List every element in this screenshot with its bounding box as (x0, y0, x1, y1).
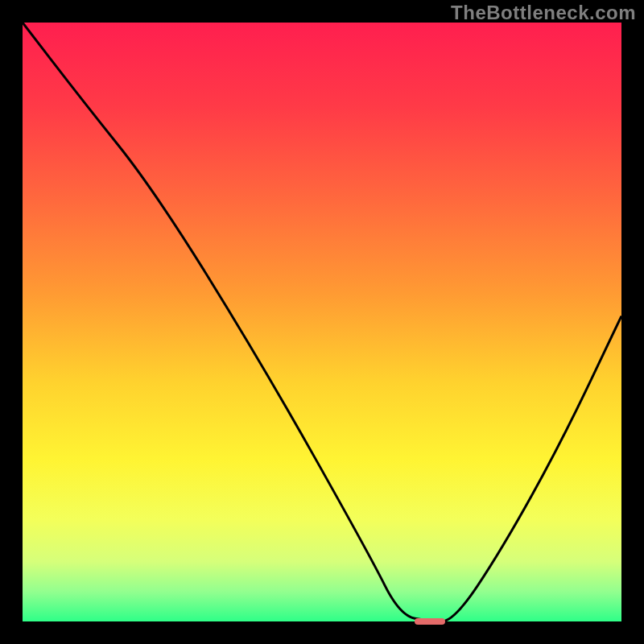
gradient-plot-area (23, 23, 621, 621)
watermark-text: TheBottleneck.com (451, 2, 636, 24)
optimal-marker (415, 618, 444, 625)
chart-frame: TheBottleneck.com (0, 0, 644, 644)
